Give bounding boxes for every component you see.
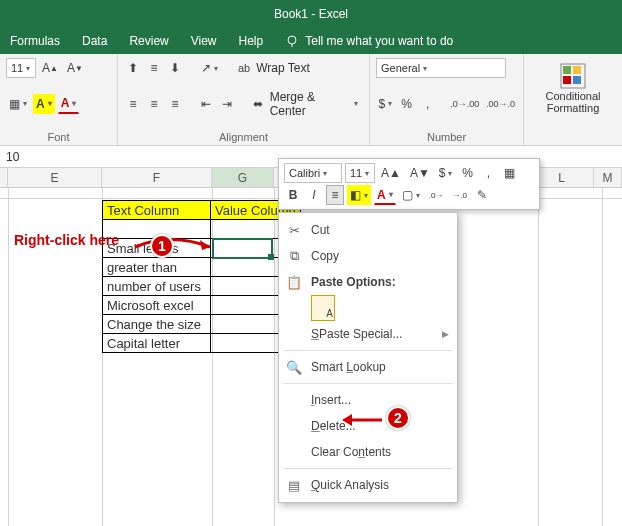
font-group-label: Font [6, 129, 111, 143]
annotation-arrow-1 [130, 232, 220, 262]
annotation-text: Right-click here [14, 232, 119, 248]
table-row: Microsoft excel [103, 296, 301, 315]
svg-marker-9 [342, 414, 352, 426]
ribbon-tabs: Formulas Data Review View Help Tell me w… [0, 28, 622, 54]
table-row: number of users [103, 277, 301, 296]
quick-analysis-icon: ▤ [285, 478, 303, 493]
col-G[interactable]: G [212, 168, 274, 187]
col-M[interactable]: M [594, 168, 622, 187]
number-group: General $ % , .0→.00 .00→.0 Number [370, 54, 524, 145]
tab-view[interactable]: View [191, 34, 217, 48]
fill-handle[interactable] [268, 254, 274, 260]
context-paste-options-label: 📋Paste Options: [279, 269, 457, 295]
copy-icon: ⧉ [285, 248, 303, 264]
header-text-column[interactable]: Text Column [103, 201, 211, 220]
border-button[interactable]: ▦ [6, 94, 30, 114]
tab-data[interactable]: Data [82, 34, 107, 48]
search-icon: 🔍 [285, 360, 303, 375]
worksheet-grid[interactable]: Text Column Value Column Small letters10… [0, 188, 622, 526]
tell-me[interactable]: Tell me what you want to do [285, 34, 453, 48]
mini-borders-icon[interactable]: ▦ [500, 163, 518, 183]
tab-review[interactable]: Review [129, 34, 168, 48]
context-smart-lookup[interactable]: 🔍Smart Lookup [279, 354, 457, 380]
mini-fill-color-icon[interactable]: ◧ [347, 185, 371, 205]
orientation-button[interactable]: ↗ [198, 58, 221, 78]
data-table: Text Column Value Column Small letters10… [102, 200, 301, 353]
fill-color-button[interactable]: A [33, 94, 55, 114]
align-middle-icon[interactable]: ≡ [145, 58, 163, 78]
styles-group: Conditional Formatting [524, 54, 622, 145]
svg-point-0 [288, 36, 296, 44]
merge-icon[interactable]: ⬌ [249, 94, 267, 114]
tab-formulas[interactable]: Formulas [10, 34, 60, 48]
mini-decrease-font-icon[interactable]: A▼ [407, 163, 433, 183]
tab-help[interactable]: Help [239, 34, 264, 48]
mini-italic-icon[interactable]: I [305, 185, 323, 205]
annotation-badge-2: 2 [386, 406, 410, 430]
paste-icon: 📋 [285, 275, 303, 290]
mini-size-select[interactable]: 11 [345, 163, 375, 183]
table-header-row: Text Column Value Column [103, 201, 301, 220]
font-group: 11 A▲ A▼ ▦ A A Font [0, 54, 118, 145]
increase-indent-icon[interactable]: ⇥ [218, 94, 236, 114]
mini-decimal-inc-icon[interactable]: .0→ [426, 185, 447, 205]
decrease-font-icon[interactable]: A▼ [64, 58, 86, 78]
annotation-arrow-2 [342, 410, 386, 430]
mini-font-color-icon[interactable]: A [374, 185, 396, 205]
context-copy[interactable]: ⧉Copy [279, 243, 457, 269]
paste-values-icon: A [311, 295, 335, 321]
conditional-formatting-icon [559, 62, 587, 90]
window-title: Book1 - Excel [274, 7, 348, 21]
mini-increase-font-icon[interactable]: A▲ [378, 163, 404, 183]
context-cut[interactable]: ✂Cut [279, 217, 457, 243]
mini-font-select[interactable]: Calibri [284, 163, 342, 183]
cut-icon: ✂ [285, 223, 303, 238]
merge-dropdown[interactable] [345, 94, 363, 114]
mini-accounting-icon[interactable]: $ [436, 163, 456, 183]
alignment-group: ⬆ ≡ ⬇ ↗ ab Wrap Text ≡ ≡ ≡ ⇤ ⇥ ⬌ Merge &… [118, 54, 370, 145]
mini-bold-icon[interactable]: B [284, 185, 302, 205]
alignment-group-label: Alignment [124, 129, 363, 143]
comma-format-button[interactable]: , [419, 94, 437, 114]
context-paste-special[interactable]: SPaste Special...▶ [279, 321, 457, 347]
increase-decimal-icon[interactable]: .0→.00 [448, 94, 481, 114]
align-center-icon[interactable]: ≡ [145, 94, 163, 114]
formula-bar-value: 10 [6, 150, 19, 164]
mini-decimal-dec-icon[interactable]: →.0 [449, 185, 470, 205]
decrease-indent-icon[interactable]: ⇤ [197, 94, 215, 114]
mini-align-icon[interactable]: ≡ [326, 185, 344, 205]
mini-comma-icon[interactable]: , [479, 163, 497, 183]
wrap-text-button[interactable]: ab [235, 58, 253, 78]
align-bottom-icon[interactable]: ⬇ [166, 58, 184, 78]
corner[interactable] [0, 168, 8, 187]
number-group-label: Number [376, 129, 517, 143]
mini-percent-icon[interactable]: % [458, 163, 476, 183]
svg-rect-6 [573, 76, 581, 84]
context-clear-contents[interactable]: Clear Contents [279, 439, 457, 465]
align-left-icon[interactable]: ≡ [124, 94, 142, 114]
merge-center-button[interactable]: Merge & Center [270, 90, 342, 118]
col-E[interactable]: E [8, 168, 102, 187]
mini-border-icon[interactable]: ▢ [399, 185, 423, 205]
align-right-icon[interactable]: ≡ [166, 94, 184, 114]
context-menu: ✂Cut ⧉Copy 📋Paste Options: A SPaste Spec… [278, 212, 458, 503]
percent-format-button[interactable]: % [398, 94, 416, 114]
align-top-icon[interactable]: ⬆ [124, 58, 142, 78]
svg-rect-5 [563, 76, 571, 84]
context-paste-option-values[interactable]: A [279, 295, 457, 321]
annotation-badge-1: 1 [150, 234, 174, 258]
accounting-format-button[interactable]: $ [376, 94, 395, 114]
decrease-decimal-icon[interactable]: .00→.0 [484, 94, 517, 114]
font-size-select[interactable]: 11 [6, 58, 36, 78]
increase-font-icon[interactable]: A▲ [39, 58, 61, 78]
mini-format-painter-icon[interactable]: ✎ [473, 185, 491, 205]
lightbulb-icon [285, 34, 299, 48]
font-color-button[interactable]: A [58, 94, 80, 114]
wrap-text-label[interactable]: Wrap Text [256, 61, 310, 75]
ribbon: 11 A▲ A▼ ▦ A A Font ⬆ ≡ ⬇ ↗ ab Wrap Text… [0, 54, 622, 146]
conditional-formatting-button[interactable]: Conditional Formatting [530, 58, 616, 118]
col-F[interactable]: F [102, 168, 212, 187]
svg-rect-4 [573, 66, 581, 74]
number-format-select[interactable]: General [376, 58, 506, 78]
context-quick-analysis[interactable]: ▤Quick Analysis [279, 472, 457, 498]
